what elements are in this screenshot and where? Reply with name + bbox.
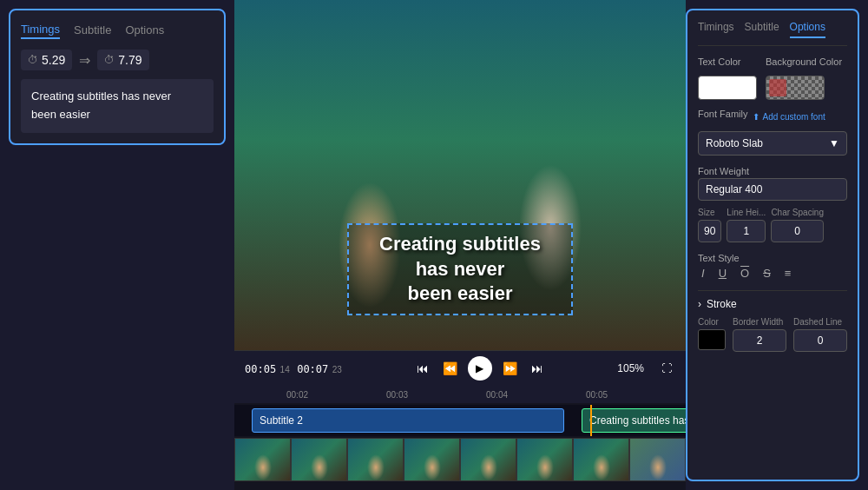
marker-4: 00:05 — [586, 390, 608, 400]
skip-end-button[interactable]: ⏭ — [528, 360, 547, 377]
tab-subtitle[interactable]: Subtitle — [74, 21, 111, 39]
chevron-down-icon: ▼ — [829, 137, 839, 149]
thumbnail-strip — [234, 438, 686, 481]
italic-button[interactable]: I — [698, 265, 708, 281]
skip-start-button[interactable]: ⏮ — [413, 360, 432, 377]
stroke-color-label: Color — [698, 317, 726, 327]
start-time-box: ⏱ 5.29 — [21, 50, 72, 70]
tab-options[interactable]: Options — [125, 21, 164, 39]
font-weight-label: Font Weight — [698, 166, 749, 176]
add-font-button[interactable]: ⬆ Add custom font — [753, 112, 825, 122]
font-family-select[interactable]: Roboto Slab ▼ — [698, 131, 847, 156]
marker-3: 00:04 — [486, 390, 508, 400]
stroke-color-row: Color Border Width 2 Dashed Line 0 — [698, 317, 847, 352]
timeline-ruler: 00:02 00:03 00:04 00:05 00:06 — [234, 386, 686, 403]
font-family-row: Font Family ⬆ Add custom font — [698, 109, 847, 124]
current-frame: 14 — [280, 365, 290, 374]
current-time: 00:05 — [245, 363, 276, 375]
line-height-label: Line Hei... — [727, 208, 766, 217]
right-tab-options[interactable]: Options — [790, 21, 825, 38]
size-group: Size 90 — [698, 208, 721, 242]
stroke-section: › Stroke Color Border Width 2 Dashed Lin… — [698, 290, 847, 352]
timing-row: ⏱ 5.29 ⇒ ⏱ 7.79 — [21, 50, 214, 70]
timings-card: Timings Subtitle Options ⏱ 5.29 ⇒ ⏱ 7.79… — [9, 9, 226, 145]
center-area: Creating subtitles has never been easier… — [234, 0, 686, 490]
style-row: I U O S ≡ — [698, 265, 847, 281]
stroke-color-group: Color — [698, 317, 726, 352]
video-container: Creating subtitles has never been easier — [234, 0, 686, 350]
border-width-label: Border Width — [733, 317, 786, 327]
transport-bar: 00:05 14 00:07 23 ⏮ ⏪ ▶ ⏩ ⏭ 105% ⛶ — [234, 350, 686, 386]
left-tabs: Timings Subtitle Options — [21, 21, 214, 39]
transport-controls: ⏮ ⏪ ▶ ⏩ ⏭ — [352, 356, 607, 381]
tab-timings[interactable]: Timings — [21, 21, 60, 39]
dashed-line-group: Dashed Line 0 — [793, 317, 847, 352]
font-family-label: Font Family — [698, 109, 747, 119]
subtitle-overlay[interactable]: Creating subtitles has never been easier — [347, 223, 573, 315]
thumb-7 — [573, 438, 629, 481]
upload-icon: ⬆ — [753, 112, 760, 122]
clock-icon-end: ⏱ — [104, 54, 115, 66]
text-color-item: Text Color — [698, 56, 757, 100]
right-tab-timings[interactable]: Timings — [698, 21, 734, 38]
chevron-right-icon: › — [698, 298, 701, 310]
fast-forward-button[interactable]: ⏩ — [499, 360, 521, 377]
size-label: Size — [698, 208, 721, 217]
subtitle-clip-1[interactable]: Subtitle 2 — [252, 408, 564, 433]
color-row: Text Color Background Color — [698, 56, 847, 100]
video-bg: Creating subtitles has never been easier — [234, 0, 686, 350]
text-color-label: Text Color — [698, 56, 757, 67]
bg-color-label: Background Color — [766, 56, 842, 67]
subtitle-text-preview: Creating subtitles has neverbeen easier — [21, 79, 214, 133]
stroke-label: Stroke — [707, 298, 737, 310]
thumb-8 — [629, 438, 686, 481]
bg-color-item: Background Color — [766, 56, 842, 100]
playhead[interactable] — [590, 405, 592, 436]
end-time: 00:07 — [297, 363, 328, 375]
right-tab-subtitle[interactable]: Subtitle — [745, 21, 779, 38]
border-width-input[interactable]: 2 — [733, 329, 786, 352]
char-spacing-label: Char Spacing — [771, 208, 824, 217]
end-time-box: ⏱ 7.79 — [97, 50, 148, 70]
thumb-6 — [516, 438, 573, 481]
marker-2: 00:03 — [386, 390, 408, 400]
stroke-color-swatch[interactable] — [698, 329, 726, 350]
end-time-value[interactable]: 7.79 — [118, 53, 141, 67]
right-tabs: Timings Subtitle Options — [698, 21, 847, 46]
play-button[interactable]: ▶ — [468, 356, 492, 381]
rewind-button[interactable]: ⏪ — [439, 360, 461, 377]
text-color-swatch[interactable] — [698, 76, 757, 100]
timeline-track: Subtitle 2 Creating subtitles has n — [234, 405, 686, 436]
thumb-4 — [404, 438, 460, 481]
stroke-header[interactable]: › Stroke — [698, 298, 847, 310]
size-input[interactable]: 90 — [698, 220, 721, 242]
bg-color-swatch[interactable] — [766, 76, 825, 100]
text-style-label: Text Style — [698, 253, 740, 263]
arrow-icon: ⇒ — [79, 52, 90, 69]
end-frame: 23 — [332, 365, 342, 374]
underline-button[interactable]: U — [715, 265, 730, 281]
dashed-line-input[interactable]: 0 — [793, 329, 847, 352]
right-panel: Timings Subtitle Options Text Color Back… — [686, 9, 859, 481]
strikethrough-button[interactable]: S — [760, 265, 774, 281]
zoom-display: 105% — [617, 362, 644, 374]
line-height-input[interactable]: 1 — [727, 220, 766, 242]
border-width-group: Border Width 2 — [733, 317, 786, 352]
thumb-5 — [460, 438, 516, 481]
overline-button[interactable]: O — [737, 265, 753, 281]
thumb-1 — [234, 438, 291, 481]
line-height-group: Line Hei... 1 — [727, 208, 766, 242]
thumb-3 — [347, 438, 404, 481]
start-time-value[interactable]: 5.29 — [42, 53, 65, 67]
marker-1: 00:02 — [286, 390, 308, 400]
size-row: Size 90 Line Hei... 1 Char Spacing 0 — [698, 208, 847, 242]
font-weight-input[interactable]: Regular 400 — [698, 178, 847, 201]
fullscreen-button[interactable]: ⛶ — [658, 361, 675, 376]
char-spacing-input[interactable]: 0 — [771, 220, 824, 242]
timeline-area: 00:02 00:03 00:04 00:05 00:06 Subtitle 2… — [234, 386, 686, 490]
align-button[interactable]: ≡ — [781, 265, 795, 281]
left-panel: Timings Subtitle Options ⏱ 5.29 ⇒ ⏱ 7.79… — [0, 0, 234, 490]
char-spacing-group: Char Spacing 0 — [771, 208, 824, 242]
clock-icon-start: ⏱ — [28, 54, 38, 66]
subtitle-overlay-text: Creating subtitles has never been easier — [363, 232, 557, 307]
